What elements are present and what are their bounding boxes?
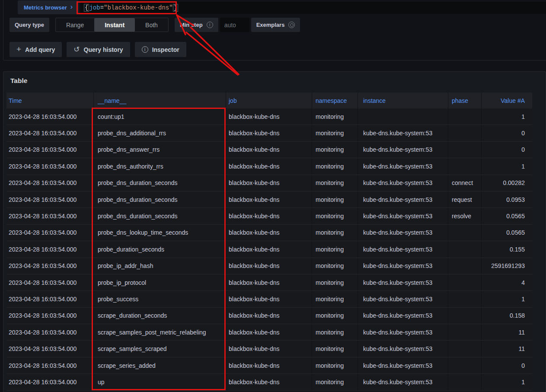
cell-namespace: monitoring — [312, 258, 358, 274]
cell-name: probe_dns_duration_seconds — [93, 191, 226, 207]
cell-value: 0.0565 — [481, 225, 532, 241]
cell-phase — [448, 324, 481, 340]
cell-namespace: monitoring — [312, 357, 358, 373]
cell-job: blackbox-kube-dns — [226, 142, 312, 158]
cell-namespace: monitoring — [312, 374, 358, 390]
column-header-time[interactable]: Time — [6, 92, 93, 108]
cell-value: 11 — [481, 341, 532, 357]
cell-job: blackbox-kube-dns — [226, 175, 312, 191]
table-row: 2023-04-28 16:03:54.000probe_duration_se… — [6, 241, 532, 258]
cell-instance: kube-dns.kube-system:53 — [358, 308, 448, 324]
cell-name: scrape_samples_scraped — [93, 341, 226, 357]
cell-value: 0.00282 — [481, 175, 532, 191]
cell-instance: kube-dns.kube-system:53 — [358, 208, 448, 224]
query-expression-input[interactable]: {job="blackbox-kube-dns"} — [80, 2, 546, 14]
cell-time: 2023-04-28 16:03:54.000 — [6, 191, 93, 207]
cell-namespace: monitoring — [312, 175, 358, 191]
cell-phase — [448, 225, 481, 241]
cell-namespace: monitoring — [312, 324, 358, 340]
cell-namespace: monitoring — [312, 274, 358, 290]
cell-time: 2023-04-28 16:03:54.000 — [6, 125, 93, 141]
cell-job: blackbox-kube-dns — [226, 324, 312, 340]
cell-instance: kube-dns.kube-system:53 — [358, 357, 448, 373]
cell-value: 0 — [481, 125, 532, 141]
panel-title[interactable]: Table — [10, 77, 27, 85]
cell-phase — [448, 374, 481, 390]
cell-time: 2023-04-28 16:03:54.000 — [6, 241, 93, 257]
query-editor-container: Metrics browser › {job="blackbox-kube-dn… — [3, 0, 546, 61]
query-type-option-instant[interactable]: Instant — [94, 18, 135, 32]
cell-time: 2023-04-28 16:03:54.000 — [6, 142, 93, 158]
query-operator: = — [100, 4, 104, 11]
cell-job: blackbox-kube-dns — [226, 108, 312, 124]
cell-instance: kube-dns.kube-system:53 — [358, 241, 448, 257]
cell-value: 4 — [481, 274, 532, 290]
cell-time: 2023-04-28 16:03:54.000 — [6, 175, 93, 191]
cell-instance: kube-dns.kube-system:53 — [358, 374, 448, 390]
cell-instance — [358, 108, 448, 124]
cell-job: blackbox-kube-dns — [226, 158, 312, 174]
column-header-phase[interactable]: phase — [448, 92, 481, 108]
cell-name: probe_ip_protocol — [93, 274, 226, 290]
cell-value: 0 — [481, 357, 532, 373]
table-row: 2023-04-28 16:03:54.000probe_dns_authori… — [6, 158, 532, 175]
query-label-key: job — [89, 4, 100, 11]
table-row: 2023-04-28 16:03:54.000probe_ip_protocol… — [6, 274, 532, 291]
cell-time: 2023-04-28 16:03:54.000 — [6, 225, 93, 241]
cell-instance: kube-dns.kube-system:53 — [358, 158, 448, 174]
table-row: 2023-04-28 16:03:54.000probe_dns_answer_… — [6, 142, 532, 158]
table-row: 2023-04-28 16:03:54.000probe_successblac… — [6, 291, 532, 307]
min-step-input[interactable] — [220, 18, 249, 32]
exemplars-bullseye-icon — [288, 22, 295, 28]
table-body: 2023-04-28 16:03:54.000count:up1blackbox… — [6, 108, 532, 391]
plus-icon: + — [16, 45, 21, 53]
cell-time: 2023-04-28 16:03:54.000 — [6, 341, 93, 357]
cell-instance: kube-dns.kube-system:53 — [358, 341, 448, 357]
cell-name: probe_dns_authority_rrs — [93, 158, 226, 174]
cell-phase — [448, 341, 481, 357]
cell-namespace: monitoring — [312, 308, 358, 324]
cell-job: blackbox-kube-dns — [226, 308, 312, 324]
cell-namespace: monitoring — [312, 291, 358, 307]
cell-name: probe_dns_duration_seconds — [93, 175, 226, 191]
column-header-value[interactable]: Value #A — [481, 92, 532, 108]
cell-time: 2023-04-28 16:03:54.000 — [6, 208, 93, 224]
cell-value: 1 — [481, 374, 532, 390]
cell-phase — [448, 158, 481, 174]
query-type-segmented-control: Range Instant Both — [55, 18, 169, 32]
cell-job: blackbox-kube-dns — [226, 208, 312, 224]
add-query-button[interactable]: + Add query — [10, 42, 62, 57]
cell-time: 2023-04-28 16:03:54.000 — [6, 108, 93, 124]
cell-name: up — [93, 374, 226, 390]
cell-time: 2023-04-28 16:03:54.000 — [6, 274, 93, 290]
query-type-option-both[interactable]: Both — [135, 18, 168, 32]
cell-namespace: monitoring — [312, 158, 358, 174]
cell-job: blackbox-kube-dns — [226, 241, 312, 257]
cell-name: probe_ip_addr_hash — [93, 258, 226, 274]
cell-instance: kube-dns.kube-system:53 — [358, 258, 448, 274]
inspector-button[interactable]: i Inspector — [135, 42, 186, 57]
cell-phase: resolve — [448, 208, 481, 224]
column-header-job[interactable]: job — [226, 92, 312, 108]
column-header-namespace[interactable]: namespace — [312, 92, 358, 108]
cell-time: 2023-04-28 16:03:54.000 — [6, 158, 93, 174]
cell-instance: kube-dns.kube-system:53 — [358, 274, 448, 290]
metrics-browser-label: Metrics browser — [24, 4, 67, 11]
cell-namespace: monitoring — [312, 241, 358, 257]
cell-instance: kube-dns.kube-system:53 — [358, 175, 448, 191]
cell-phase — [448, 291, 481, 307]
cell-instance: kube-dns.kube-system:53 — [358, 225, 448, 241]
table-row: 2023-04-28 16:03:54.000count:up1blackbox… — [6, 108, 532, 125]
cell-time: 2023-04-28 16:03:54.000 — [6, 324, 93, 340]
cell-time: 2023-04-28 16:03:54.000 — [6, 308, 93, 324]
table-header-row: Time __name__ job namespace instance pha… — [6, 92, 532, 108]
query-history-button[interactable]: ↺ Query history — [67, 42, 130, 57]
cell-value: 1 — [481, 291, 532, 307]
cell-phase — [448, 357, 481, 373]
query-type-option-range[interactable]: Range — [56, 18, 94, 32]
column-header-instance[interactable]: instance — [358, 92, 448, 108]
cell-instance: kube-dns.kube-system:53 — [358, 142, 448, 158]
cell-name: probe_duration_seconds — [93, 241, 226, 257]
metrics-browser-button[interactable]: Metrics browser › — [18, 0, 79, 14]
column-header-name[interactable]: __name__ — [93, 92, 226, 108]
